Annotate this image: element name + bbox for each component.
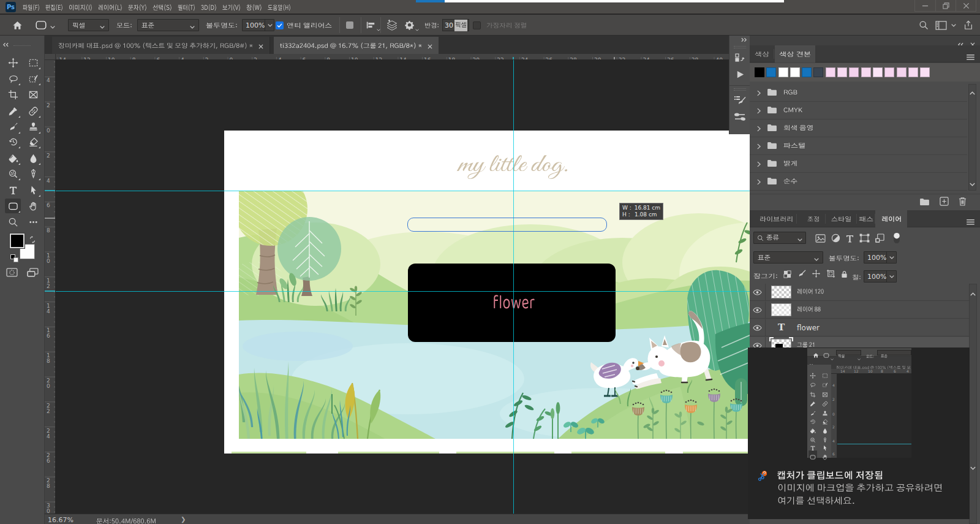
tool-eraser[interactable] [25,134,41,149]
layer-blend-mode-dropdown[interactable] [753,251,823,264]
zoom-level[interactable]: 16.67% [48,516,74,524]
tool-spot-healing-brush[interactable] [25,104,41,118]
expand-chevron-icon[interactable] [757,158,761,170]
tool-preset-button[interactable] [35,15,55,36]
screenshot-thumbnail[interactable]: 141210864420246 [807,348,911,458]
panel-grip[interactable] [734,46,746,48]
tool-clone-stamp[interactable] [25,120,41,134]
layer-visibility-eye-icon[interactable] [750,302,766,319]
tab-close-icon[interactable] [428,40,432,51]
swatch-1[interactable] [766,67,776,77]
shape-drawing-preview[interactable] [407,218,607,232]
layer-visibility-eye-icon[interactable] [750,284,766,301]
layer-thumbnail[interactable] [771,286,791,298]
expand-chevron-icon[interactable] [757,123,761,134]
tab-libraries[interactable] [755,210,797,227]
path-arrangement-button[interactable] [386,15,398,36]
workspace-chevron-icon[interactable] [951,15,956,36]
tool-more[interactable] [25,215,41,229]
menu-edit[interactable] [45,0,64,14]
toolbar-collapse-icon[interactable] [2,38,9,50]
swatch-group-pure[interactable] [750,173,967,191]
ruler-corner[interactable] [45,54,56,60]
swatch-2[interactable] [778,67,788,77]
swatch-group-light[interactable] [750,155,967,173]
panel-actions-icon[interactable] [729,66,750,83]
document-tab-2[interactable] [274,37,439,54]
tab-color[interactable] [750,45,774,63]
document-tab-1[interactable] [52,37,270,54]
panel-history-icon[interactable] [729,50,750,66]
tool-rectangular-marquee[interactable] [25,55,41,70]
expand-chevron-icon[interactable] [757,87,761,99]
swatch-0[interactable] [755,67,764,77]
toolbar-grip[interactable] [13,45,31,46]
tab-close-icon[interactable] [258,40,263,51]
swatch-group-grayscale[interactable] [750,120,967,137]
panel-menu-icon[interactable] [967,51,974,63]
restore-button[interactable] [935,0,956,12]
quick-mask-button[interactable] [6,268,18,279]
tool-object-selection[interactable] [25,71,41,86]
swatch-13[interactable] [908,67,918,77]
expand-chevron-icon[interactable] [757,140,761,152]
menu-type[interactable] [127,0,148,14]
menu-filter[interactable] [177,0,196,14]
tool-history-brush[interactable] [5,134,21,149]
panel-menu-icon[interactable] [967,216,974,227]
tool-path-selection[interactable] [25,183,41,197]
guide-horizontal-1[interactable] [56,191,750,192]
shape-settings-gear-button[interactable] [404,15,419,36]
antialias-checkbox[interactable] [276,15,284,36]
tab-swatches[interactable] [775,45,815,63]
swatches-scrollbar[interactable] [968,84,976,191]
swatch-9[interactable] [861,67,871,77]
photoshop-logo-icon[interactable]: Ps [6,2,16,12]
layer-visibility-eye-icon[interactable] [750,319,766,336]
tool-frame[interactable] [25,87,41,102]
layer-thumbnail[interactable] [771,303,791,316]
tool-hand[interactable] [25,199,41,213]
shape-mode-dropdown[interactable] [68,15,109,36]
layer-fill-dropdown[interactable]: 100% [864,270,897,283]
expand-chevron-icon[interactable] [757,176,761,188]
layer-name[interactable]: flower [797,324,820,332]
tool-lasso[interactable] [5,71,21,86]
lock-position-icon[interactable] [812,269,821,281]
filter-type-layers-icon[interactable] [846,234,854,245]
swatch-5[interactable] [813,67,823,77]
guide-vertical-1[interactable] [513,60,514,514]
swatch-11[interactable] [884,67,894,77]
filter-smart-objects-icon[interactable] [875,234,884,245]
swatch-10[interactable] [873,67,883,77]
expand-chevron-icon[interactable] [757,105,761,116]
artboard[interactable] [224,131,750,454]
layer-name[interactable] [797,305,821,313]
document-canvas-area[interactable]: W :16.81 cmH :1.08 cm [56,60,750,514]
swatch-7[interactable] [837,67,847,77]
swatch-4[interactable] [802,67,812,77]
menu-select[interactable] [152,0,173,14]
swatch-3[interactable] [790,67,800,77]
lock-all-icon[interactable] [841,269,848,281]
swatch-14[interactable] [920,67,930,77]
new-swatch-icon[interactable] [940,197,949,208]
swatch-6[interactable] [826,67,835,77]
lock-pixels-icon[interactable] [797,269,806,281]
menu-file[interactable] [22,0,40,14]
lock-transparent-icon[interactable] [783,269,791,281]
radius-input[interactable]: 30 [442,15,469,36]
tab-layers[interactable] [875,210,907,227]
filter-shape-layers-icon[interactable] [859,234,870,245]
filter-pixel-layers-icon[interactable] [815,234,826,245]
filter-toggle-icon[interactable] [893,232,900,246]
swatch-group-cmyk[interactable] [750,102,967,120]
tool-move[interactable] [5,55,21,70]
swatch-group-pastel[interactable] [750,137,967,155]
vertical-ruler[interactable]: 42024681012141618202224262830 [45,60,56,514]
layer-row-layer-88[interactable] [750,302,969,319]
menu-window[interactable] [246,0,263,14]
tool-dodge[interactable] [5,166,21,181]
home-button[interactable] [12,15,23,36]
tab-styles[interactable] [825,210,857,227]
